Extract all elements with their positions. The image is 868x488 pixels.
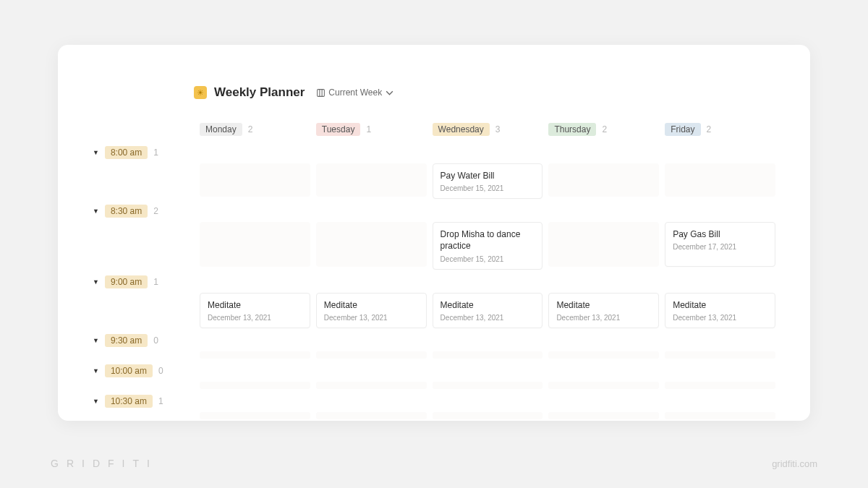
empty-cell[interactable] xyxy=(665,351,775,359)
time-label: 9:00 am xyxy=(105,275,148,288)
time-group-toggle[interactable]: ▼9:30 am0 xyxy=(93,334,775,347)
day-head-friday[interactable]: Friday 2 xyxy=(665,123,775,136)
calendar-entry[interactable]: MeditateDecember 13, 2021 xyxy=(200,293,310,328)
time-label: 9:30 am xyxy=(105,334,148,347)
caret-down-icon: ▼ xyxy=(93,278,99,286)
caret-down-icon: ▼ xyxy=(93,149,99,156)
entry-title: Meditate xyxy=(673,299,767,311)
sun-icon: ☀ xyxy=(194,86,207,99)
empty-cell[interactable] xyxy=(548,222,659,267)
planner-card: ☀ Weekly Planner Current Week Monday 2 T… xyxy=(58,45,810,421)
empty-cell[interactable] xyxy=(433,351,543,359)
empty-cell[interactable] xyxy=(200,222,310,267)
cell xyxy=(316,382,427,389)
cell xyxy=(548,351,659,359)
time-group-toggle[interactable]: ▼8:30 am2 xyxy=(93,205,775,218)
cell xyxy=(316,351,427,359)
time-grid: Drop Misha to dance practiceDecember 15,… xyxy=(93,222,775,269)
calendar-entry[interactable]: MeditateDecember 13, 2021 xyxy=(548,293,659,328)
time-label: 8:30 am xyxy=(105,205,148,218)
cell xyxy=(548,412,659,419)
view-switch[interactable]: Current Week xyxy=(316,87,394,98)
entry-title: Drop Misha to dance practice xyxy=(441,228,535,252)
cell: MeditateDecember 13, 2021 xyxy=(665,293,775,328)
time-row: ▼9:00 am1MeditateDecember 13, 2021Medita… xyxy=(93,275,775,328)
cell xyxy=(548,163,659,199)
caret-down-icon: ▼ xyxy=(93,337,99,344)
time-label: 10:00 am xyxy=(105,364,153,377)
empty-cell[interactable] xyxy=(316,412,427,419)
page-header: ☀ Weekly Planner Current Week xyxy=(194,85,775,100)
empty-cell[interactable] xyxy=(200,163,310,197)
cell xyxy=(200,382,310,389)
entry-date: December 13, 2021 xyxy=(673,314,767,322)
cell xyxy=(316,163,427,199)
day-count: 2 xyxy=(248,124,253,134)
cell: MeditateDecember 13, 2021 xyxy=(316,293,427,328)
cell xyxy=(200,222,310,269)
time-grid xyxy=(93,382,775,389)
empty-cell[interactable] xyxy=(433,412,543,419)
time-row: ▼9:30 am0 xyxy=(93,334,775,359)
day-label: Wednesday xyxy=(433,123,490,136)
calendar-entry[interactable]: Pay Gas BillDecember 17, 2021 xyxy=(665,222,775,267)
empty-cell[interactable] xyxy=(200,412,310,419)
time-count: 0 xyxy=(158,366,163,376)
entry-title: Pay Gas Bill xyxy=(673,228,767,240)
caret-down-icon: ▼ xyxy=(93,207,99,215)
entry-date: December 15, 2021 xyxy=(441,255,535,263)
cell xyxy=(665,163,775,199)
day-headers: Monday 2 Tuesday 1 Wednesday 3 Thursday … xyxy=(93,123,775,136)
empty-cell[interactable] xyxy=(200,351,310,359)
empty-cell[interactable] xyxy=(316,222,427,267)
day-count: 3 xyxy=(495,124,501,134)
calendar-entry[interactable]: MeditateDecember 13, 2021 xyxy=(433,293,543,328)
cell xyxy=(548,382,659,389)
empty-cell[interactable] xyxy=(316,163,427,197)
calendar-entry[interactable]: MeditateDecember 13, 2021 xyxy=(665,293,775,328)
day-head-wednesday[interactable]: Wednesday 3 xyxy=(433,123,543,136)
empty-cell[interactable] xyxy=(548,163,659,197)
calendar-entry[interactable]: Pay Water BillDecember 15, 2021 xyxy=(433,163,543,199)
empty-cell[interactable] xyxy=(665,412,775,419)
empty-cell[interactable] xyxy=(548,382,659,389)
cell: Pay Water BillDecember 15, 2021 xyxy=(433,163,543,199)
page-title: Weekly Planner xyxy=(214,85,305,100)
time-count: 1 xyxy=(158,396,163,406)
day-count: 2 xyxy=(602,124,607,134)
day-head-thursday[interactable]: Thursday 2 xyxy=(548,123,659,136)
time-group-toggle[interactable]: ▼10:00 am0 xyxy=(93,364,775,377)
day-head-tuesday[interactable]: Tuesday 1 xyxy=(316,123,427,136)
day-head-monday[interactable]: Monday 2 xyxy=(200,123,310,136)
empty-cell[interactable] xyxy=(433,382,543,389)
empty-cell[interactable] xyxy=(316,351,427,359)
time-grid xyxy=(93,412,775,419)
cell: Pay Gas BillDecember 17, 2021 xyxy=(665,222,775,269)
entry-title: Pay Water Bill xyxy=(441,170,535,181)
empty-cell[interactable] xyxy=(665,382,775,389)
empty-cell[interactable] xyxy=(200,382,310,389)
time-count: 2 xyxy=(153,206,158,216)
time-count: 1 xyxy=(153,277,158,287)
time-group-toggle[interactable]: ▼8:00 am1 xyxy=(93,146,775,159)
cell: MeditateDecember 13, 2021 xyxy=(200,293,310,328)
empty-cell[interactable] xyxy=(548,351,659,359)
brand-watermark-right: gridfiti.com xyxy=(772,458,817,469)
empty-cell[interactable] xyxy=(665,163,775,197)
time-row: ▼10:00 am0 xyxy=(93,364,775,389)
time-group-toggle[interactable]: ▼9:00 am1 xyxy=(93,275,775,288)
entry-date: December 13, 2021 xyxy=(208,314,302,322)
day-count: 1 xyxy=(366,124,371,134)
cell xyxy=(200,163,310,199)
empty-cell[interactable] xyxy=(548,412,659,419)
calendar-entry[interactable]: Drop Misha to dance practiceDecember 15,… xyxy=(433,222,543,269)
empty-cell[interactable] xyxy=(316,382,427,389)
calendar-entry[interactable]: MeditateDecember 13, 2021 xyxy=(316,293,427,328)
entry-date: December 15, 2021 xyxy=(441,184,535,192)
cell xyxy=(665,412,775,419)
cell xyxy=(665,351,775,359)
cell xyxy=(433,382,543,389)
time-group-toggle[interactable]: ▼10:30 am1 xyxy=(93,395,775,408)
time-count: 1 xyxy=(153,147,158,158)
cell: Drop Misha to dance practiceDecember 15,… xyxy=(433,222,543,269)
